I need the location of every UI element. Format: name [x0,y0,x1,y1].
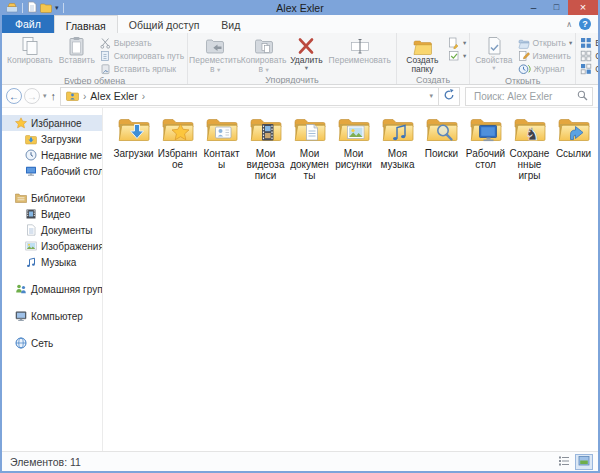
address-dropdown-icon[interactable]: ▾ [429,92,433,100]
sidebar-item-recent[interactable]: Недавние места [2,147,102,163]
new-item-button[interactable]: ▾ [448,37,466,49]
edit-icon [518,50,530,62]
properties-button[interactable]: Свойства ▾ [472,34,515,71]
folder-icon-picture [337,115,371,147]
paste-button[interactable]: Вставить [56,34,98,65]
folder-item-label: Контакты [200,148,243,170]
recent-icon [25,149,37,161]
easy-access-icon [448,50,460,62]
new-folder-quick-icon[interactable] [40,0,52,17]
sidebar: ИзбранноеЗагрузкиНедавние местаРабочий с… [2,108,103,451]
pic-icon [25,240,37,252]
close-button[interactable]: × [568,0,598,15]
folder-icon-desktop [469,115,503,147]
folder-item[interactable]: Ссылки [552,115,595,182]
select-none-button[interactable]: Снять выделение [580,50,598,62]
select-none-icon [580,50,592,62]
sidebar-item-fav[interactable]: Избранное [2,115,102,131]
sidebar-item-label: Музыка [41,257,76,268]
up-button[interactable]: ↑ [51,90,57,102]
comp-icon [15,310,27,322]
collapse-ribbon-icon[interactable]: ∧ [566,20,572,29]
sidebar-item-label: Документы [41,225,93,236]
svg-text:♞: ♞ [524,124,539,143]
copy-path-button[interactable]: Скопировать путь [100,50,184,62]
divider [22,3,23,13]
sidebar-item-video[interactable]: Видео [2,206,102,222]
ribbon-group-open: Свойства ▾ Открыть ▾ Изменить [470,33,576,84]
folder-icon-download [117,115,151,147]
copy-to-button[interactable]: Копировать в ▾ [240,34,287,74]
sidebar-item-home[interactable]: Домашняя группа [2,281,102,297]
breadcrumb-path[interactable]: Alex Exler [90,90,137,102]
minimize-button[interactable]: – [522,0,545,15]
sidebar-item-net[interactable]: Сеть [2,335,102,351]
sidebar-item-lib[interactable]: Библиотеки [2,190,102,206]
search-box [465,87,593,106]
select-all-button[interactable]: Выделить все [580,37,598,49]
thumbnails-view-button[interactable] [575,454,593,470]
history-button[interactable]: Журнал [518,63,573,75]
search-icon [577,87,588,105]
folder-item[interactable]: Контакты [200,115,243,182]
folder-item[interactable]: Мои документы [288,115,331,182]
details-view-button[interactable] [555,454,573,470]
folder-icon-search [425,115,459,147]
edit-button[interactable]: Изменить [518,50,573,62]
sidebar-item-label: Домашняя группа [31,284,103,295]
qat-dropdown-icon[interactable]: ▾ [55,4,59,12]
invert-selection-button[interactable]: Обратить выделение [580,63,598,75]
title-bar: ▾ Alex Exler – □ × [2,0,598,15]
folder-item[interactable]: Мои видеозаписи [244,115,287,182]
tab-home[interactable]: Главная [54,15,118,33]
sidebar-item-label: Избранное [31,118,82,129]
sidebar-item-doc[interactable]: Документы [2,222,102,238]
doc-icon [25,224,37,236]
open-button[interactable]: Открыть ▾ [518,37,573,49]
breadcrumb[interactable]: › Alex Exler › ▾ [60,87,439,106]
easy-access-button[interactable]: ▾ [448,50,466,62]
sidebar-item-music[interactable]: Музыка [2,254,102,270]
folder-item[interactable]: Поиски [420,115,463,182]
new-folder-button[interactable]: Создать папку [399,34,446,74]
tab-view[interactable]: Вид [210,15,251,33]
folder-item-label: Сохраненные игры [508,148,551,182]
folder-item[interactable]: Моя музыка [376,115,419,182]
tab-file[interactable]: Файл [2,15,54,33]
paste-shortcut-button[interactable]: Вставить ярлык [100,63,184,75]
ribbon-group-organize: Переместить в ▾ Копировать в ▾ Удалить ▾… [188,33,397,84]
help-icon[interactable]: ? [579,18,591,30]
search-input[interactable] [472,90,577,103]
sidebar-item-label: Недавние места [41,150,103,161]
forward-button[interactable]: → [24,88,40,104]
cut-button[interactable]: Вырезать [100,37,184,49]
folder-item[interactable]: ♞Сохраненные игры [508,115,551,182]
sidebar-item-label: Видео [41,209,70,220]
back-button[interactable]: ← [6,88,22,104]
folder-item-label: Мои видеозаписи [244,148,287,182]
sidebar-item-label: Изображения [41,241,103,252]
group-label: Упорядочить [190,74,394,85]
folder-item[interactable]: Избранное [156,115,199,182]
sidebar-item-desk[interactable]: Рабочий стол [2,163,102,179]
lib-icon [15,192,27,204]
select-all-icon [580,37,592,49]
folder-item[interactable]: Рабочий стол [464,115,507,182]
copy-button[interactable]: Копировать [4,34,56,65]
move-to-button[interactable]: Переместить в ▾ [190,34,240,74]
folder-item[interactable]: Мои рисунки [332,115,375,182]
tab-share[interactable]: Общий доступ [118,15,211,33]
rename-button[interactable]: Переименовать [326,34,394,65]
recent-locations-dropdown-icon[interactable]: ▾ [43,92,47,100]
open-icon [518,38,530,49]
delete-button[interactable]: Удалить ▾ [287,34,325,71]
properties-quick-icon[interactable] [27,0,37,17]
sidebar-item-comp[interactable]: Компьютер [2,308,102,324]
group-label: Открыть [472,75,573,85]
maximize-button[interactable]: □ [545,0,568,15]
sidebar-item-fdl[interactable]: Загрузки [2,131,102,147]
sidebar-item-pic[interactable]: Изображения [2,238,102,254]
folder-item[interactable]: Загрузки [112,115,155,182]
refresh-button[interactable] [439,87,460,106]
folder-item-label: Избранное [156,148,199,170]
